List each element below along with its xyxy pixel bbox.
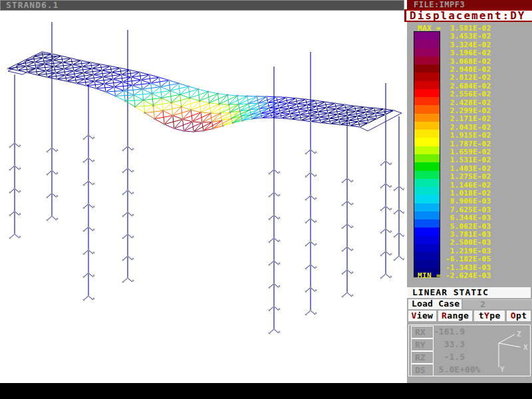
legend-band [414, 138, 440, 146]
legend-band [414, 154, 440, 162]
menu-button-row: ViewRangetYpeOpt [408, 311, 531, 321]
bottom-bar [0, 383, 532, 399]
legend-value: 2.500E-03 [446, 238, 491, 247]
legend-band [414, 89, 440, 97]
legend-band [414, 114, 440, 122]
menu-button-range[interactable]: Range [438, 311, 473, 321]
solver-type-label: LINEAR STATIC [407, 287, 531, 298]
legend-band [414, 105, 440, 113]
fe-model-plot[interactable] [0, 11, 404, 383]
legend-value: -1.343E-03 [446, 263, 491, 272]
legend-value: 8.906E-03 [446, 197, 491, 205]
axis-y-label: Y [500, 365, 505, 374]
view-param-label: RY [411, 338, 434, 351]
legend-value: 6.344E-03 [446, 213, 491, 222]
legend-value: 1.275E-02 [446, 172, 491, 181]
legend-colorbar [414, 31, 440, 277]
legend-band [414, 49, 440, 57]
legend-band [414, 146, 440, 154]
legend-band [414, 97, 440, 105]
legend-band [414, 122, 440, 130]
legend-value: 5.062E-03 [446, 222, 491, 231]
axis-x-label: X [523, 343, 528, 352]
legend-band [414, 72, 440, 80]
view-parameters-box: RX-161.9RY 33.3RZ -1.5DS 5.0E+00% Z X Y [408, 325, 531, 376]
legend-band [414, 171, 440, 179]
legend-band [414, 236, 440, 244]
axis-x-line [499, 343, 521, 347]
legend-value: -2.624E-03 [446, 271, 491, 280]
view-param-label: RZ [411, 351, 434, 364]
legend-band [414, 219, 440, 227]
model-viewport-area[interactable]: STRAND6.1 [0, 0, 404, 383]
legend-band [414, 187, 440, 195]
view-param-label: RX [411, 326, 434, 338]
legend-value: 3.453E-02 [446, 32, 491, 41]
legend-value: 3.781E-03 [446, 230, 491, 239]
legend-value: -6.182E-05 [446, 255, 491, 263]
legend-band [414, 195, 440, 203]
legend-band [414, 244, 440, 252]
result-type-header: Displacement:DY [404, 9, 532, 22]
legend-band [414, 130, 440, 138]
app-title: STRAND6.1 [6, 0, 59, 10]
deck-mesh [8, 52, 394, 132]
legend-value: 3.324E-02 [446, 41, 491, 49]
legend-band [414, 203, 440, 211]
legend-value: 2.171E-02 [446, 114, 491, 123]
axis-z-label: Z [517, 330, 521, 338]
legend-value: 1.915E-02 [446, 131, 491, 140]
pile-columns [9, 22, 404, 334]
file-name-label: FILE:IMPF3 [414, 0, 465, 9]
legend-band [414, 57, 440, 65]
legend-band [414, 179, 440, 187]
axis-triad: Z X Y [481, 327, 530, 374]
load-case-button[interactable]: Load Case [408, 299, 462, 309]
legend-value: 3.196E-02 [446, 49, 491, 57]
legend-value: 1.659E-02 [446, 148, 491, 156]
legend-value: 2.428E-02 [446, 98, 491, 107]
menu-button-view[interactable]: View [408, 311, 436, 321]
legend-value: 2.812E-02 [446, 73, 491, 82]
legend-value: 2.043E-02 [446, 123, 491, 132]
axis-z-line [499, 334, 515, 343]
legend-value: 1.219E-03 [446, 247, 491, 255]
legend-value: 1.403E-02 [446, 164, 491, 173]
file-bar: FILE:IMPF3 [407, 0, 532, 9]
legend-band [414, 260, 440, 268]
legend-band [414, 40, 440, 48]
menu-button-type[interactable]: tYpe [474, 311, 505, 321]
right-panel: FILE:IMPF3 Displacement:DY MAX = 3.581E-… [407, 0, 532, 383]
legend-band [414, 32, 440, 40]
legend-value: 7.625E-03 [446, 205, 491, 214]
legend-value: 2.299E-02 [446, 106, 491, 115]
legend-value: 1.531E-02 [446, 156, 491, 164]
strand6-screen: STRAND6.1 FILE:IMPF3 Displacement:DY MAX… [0, 0, 532, 399]
legend-band [414, 211, 440, 219]
legend-value: 2.940E-02 [446, 65, 491, 74]
menu-button-opt[interactable]: Opt [507, 311, 531, 321]
legend-value: 2.684E-02 [446, 82, 491, 90]
legend-value: 3.581E-02 [446, 24, 491, 33]
legend-band [414, 81, 440, 89]
legend-value: 1.787E-02 [446, 140, 491, 148]
title-bar: STRAND6.1 [0, 0, 404, 11]
legend-band [414, 162, 440, 170]
legend-value: 2.556E-02 [446, 90, 491, 98]
legend-band [414, 227, 440, 235]
load-case-value-field[interactable]: 2 [463, 299, 532, 309]
legend-value: 1.146E-02 [446, 181, 491, 190]
legend-value: 3.068E-02 [446, 57, 491, 66]
legend-value: 1.018E-02 [446, 189, 491, 198]
view-param-label: DS [411, 364, 434, 376]
legend-band [414, 252, 440, 260]
legend-band [414, 65, 440, 72]
legend-min-label: MIN = [418, 271, 441, 280]
